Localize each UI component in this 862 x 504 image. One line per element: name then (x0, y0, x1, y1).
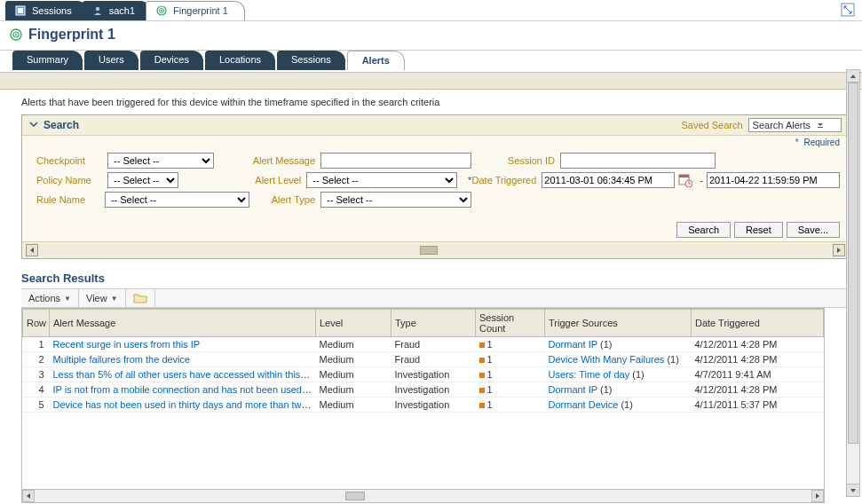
scroll-thumb[interactable] (345, 492, 365, 500)
nav-tabs: Summary Users Devices Locations Sessions… (0, 51, 862, 72)
trigger-source-link[interactable]: Device With Many Failures (549, 354, 665, 365)
scroll-left-button[interactable] (26, 244, 38, 256)
alert-message-link[interactable]: Less than 5% of all other users have acc… (53, 369, 316, 380)
col-trigger-sources[interactable]: Trigger Sources (545, 310, 692, 337)
col-alert-message[interactable]: Alert Message (50, 310, 316, 337)
alert-message-link[interactable]: IP is not from a mobile connection and h… (53, 384, 316, 395)
table-row[interactable]: 3Less than 5% of all other users have ac… (23, 367, 824, 382)
search-button[interactable]: Search (676, 222, 731, 238)
breadcrumb-fingerprint-label: Fingerprint 1 (173, 5, 228, 16)
scroll-track[interactable] (847, 83, 859, 484)
tab-locations[interactable]: Locations (205, 51, 275, 70)
date-to-input[interactable] (707, 172, 840, 188)
cell-type: Investigation (391, 382, 476, 398)
scroll-track[interactable] (35, 491, 811, 501)
alert-level-select[interactable]: -- Select -- (306, 172, 457, 188)
alert-message-link[interactable]: Device has not been used in thirty days … (53, 399, 316, 410)
cell-level: Medium (316, 337, 391, 352)
scroll-thumb[interactable] (420, 246, 438, 255)
trigger-source-link[interactable]: Users: Time of day (549, 369, 630, 380)
scroll-down-button[interactable] (847, 484, 859, 496)
user-icon (91, 4, 104, 17)
svg-rect-1 (18, 8, 23, 13)
collapse-icon (29, 120, 40, 130)
fingerprint-icon (155, 4, 168, 17)
table-empty-area (22, 413, 824, 489)
policy-name-select[interactable]: -- Select -- (107, 172, 178, 188)
view-menu[interactable]: View▼ (79, 289, 126, 307)
table-row[interactable]: 2Multiple failures from the deviceMedium… (23, 352, 824, 367)
indicator-icon (479, 403, 485, 408)
results-toolbar: Actions▼ View▼ (21, 288, 850, 308)
col-date-triggered[interactable]: Date Triggered (692, 310, 824, 337)
session-id-input[interactable] (560, 153, 716, 169)
actions-menu[interactable]: Actions▼ (21, 289, 79, 307)
alert-type-select[interactable]: -- Select -- (320, 192, 471, 208)
cell-row: 1 (23, 337, 50, 352)
cell-session-count: 1 (476, 337, 545, 352)
breadcrumb-user-label: sach1 (109, 5, 135, 16)
cell-date-triggered: 4/12/2011 4:28 PM (692, 382, 824, 398)
label-session-id: Session ID (498, 155, 560, 166)
scroll-right-button[interactable] (833, 244, 845, 256)
cell-session-count: 1 (476, 382, 545, 398)
cell-session-count: 1 (476, 352, 545, 367)
saved-search-select[interactable]: Search Alerts (748, 118, 842, 132)
calendar-icon[interactable] (678, 173, 692, 187)
scroll-up-button[interactable] (847, 70, 859, 83)
alert-message-link[interactable]: Recent surge in users from this IP (53, 339, 201, 350)
date-from-input[interactable] (542, 172, 675, 188)
breadcrumb-fingerprint[interactable]: Fingerprint 1 (146, 1, 245, 20)
table-row[interactable]: 4IP is not from a mobile connection and … (23, 382, 824, 398)
breadcrumb-user[interactable]: sach1 (83, 1, 151, 20)
indicator-icon (479, 358, 485, 363)
search-buttons: Search Reset Save... (22, 218, 849, 241)
breadcrumb-tabs: Sessions sach1 Fingerprint 1 (0, 0, 862, 21)
col-row[interactable]: Row (23, 310, 50, 337)
col-type[interactable]: Type (391, 310, 476, 337)
cell-alert-message: Recent surge in users from this IP (50, 337, 316, 352)
col-level[interactable]: Level (316, 310, 391, 337)
results-title: Search Results (21, 272, 850, 285)
rule-name-select[interactable]: -- Select -- (105, 192, 249, 208)
detach-button[interactable] (126, 289, 155, 307)
trigger-source-link[interactable]: Dormant IP (549, 384, 597, 395)
col-session-count[interactable]: Session Count (476, 310, 545, 337)
tab-summary[interactable]: Summary (12, 51, 83, 70)
saved-search-value: Search Alerts (753, 120, 811, 130)
tab-devices[interactable]: Devices (140, 51, 203, 70)
trigger-source-link[interactable]: Dormant IP (549, 339, 597, 350)
svg-rect-12 (679, 175, 689, 177)
save-button[interactable]: Save... (787, 222, 840, 238)
cell-alert-message: Less than 5% of all other users have acc… (50, 367, 316, 382)
search-panel: Search Saved Search Search Alerts * Requ… (21, 114, 850, 259)
indicator-icon (479, 373, 485, 378)
cell-trigger-sources: Users: Time of day (1) (545, 367, 692, 382)
scroll-track[interactable] (40, 245, 831, 256)
alert-message-link[interactable]: Multiple failures from the device (53, 354, 191, 365)
tab-description: Alerts that have been triggered for this… (0, 90, 862, 111)
scroll-left-button[interactable] (22, 490, 35, 502)
breadcrumb-sessions[interactable]: Sessions (5, 1, 88, 20)
search-title: Search (43, 119, 79, 131)
tab-sessions[interactable]: Sessions (277, 51, 345, 70)
tab-alerts[interactable]: Alerts (347, 51, 405, 70)
results-table: Row Alert Message Level Type Session Cou… (22, 309, 824, 413)
search-toggle[interactable]: Search (29, 119, 79, 131)
svg-point-9 (15, 34, 17, 35)
cell-row: 4 (23, 382, 50, 398)
table-row[interactable]: 1Recent surge in users from this IPMediu… (23, 337, 824, 352)
scroll-right-button[interactable] (811, 490, 824, 502)
alert-message-input[interactable] (320, 153, 471, 169)
svg-point-2 (95, 6, 99, 10)
label-date-triggered: Date Triggered (469, 175, 542, 185)
cell-trigger-sources: Dormant IP (1) (545, 337, 692, 352)
scroll-thumb[interactable] (848, 83, 858, 444)
expand-icon[interactable] (841, 3, 855, 17)
trigger-source-link[interactable]: Dormant Device (549, 399, 619, 410)
cell-type: Investigation (391, 398, 476, 413)
checkpoint-select[interactable]: -- Select -- (107, 153, 214, 169)
reset-button[interactable]: Reset (734, 222, 783, 238)
tab-users[interactable]: Users (84, 51, 138, 70)
table-row[interactable]: 5Device has not been used in thirty days… (23, 398, 824, 413)
